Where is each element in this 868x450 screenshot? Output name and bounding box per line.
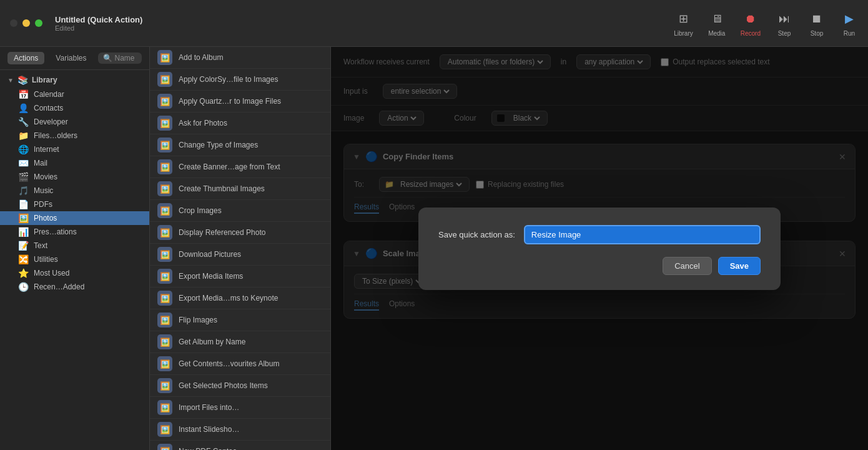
title-info: Untitled (Quick Action) Edited (55, 15, 142, 32)
dialog-input-row: Save quick action as: (438, 225, 761, 244)
sidebar-item-developer[interactable]: 🔧Developer (0, 115, 149, 129)
sidebar-item-mail[interactable]: ✉️Mail (0, 156, 149, 170)
stop-toolbar-item[interactable]: ⏹ Stop (808, 10, 826, 37)
add-album-icon: 🖼️ (157, 50, 172, 65)
action-item-get-album[interactable]: 🖼️ Get Album by Name (150, 331, 330, 353)
dialog-buttons: Cancel Save (438, 257, 761, 275)
presentations-icon: 📊 (17, 227, 29, 237)
dialog-label: Save quick action as: (438, 230, 515, 239)
movies-icon: 🎬 (17, 172, 29, 182)
media-label: Media (708, 30, 725, 37)
search-icon: 🔍 (103, 54, 112, 62)
action-item-apply-quartz[interactable]: 🖼️ Apply Quartz…r to Image Files (150, 91, 330, 112)
workflow-area: Workflow receives current Automatic (fil… (331, 47, 868, 450)
action-item-new-pdf[interactable]: 🖼️ New PDF Contac… (150, 441, 330, 450)
action-item-get-contents[interactable]: 🖼️ Get Contents…vourites Album (150, 353, 330, 375)
library-label: Library (32, 76, 57, 84)
action-item-export-keynote[interactable]: 🖼️ Export Media…ms to Keynote (150, 288, 330, 309)
sidebar-item-photos[interactable]: 🖼️Photos (0, 211, 149, 225)
action-item-apply-colorsy[interactable]: 🖼️ Apply ColorSy…file to Images (150, 69, 330, 91)
contacts-icon: 👤 (17, 103, 29, 113)
action-item-change-type[interactable]: 🖼️ Change Type of Images (150, 134, 330, 156)
save-button[interactable]: Save (718, 257, 761, 275)
calendar-icon: 📅 (17, 89, 29, 99)
cancel-button[interactable]: Cancel (663, 257, 711, 275)
sidebar-item-music[interactable]: 🎵Music (0, 184, 149, 198)
dialog-overlay: Save quick action as: Cancel Save (331, 47, 868, 450)
sidebar: Actions Variables 🔍 ▼ 📚 Library 📅Calenda… (0, 47, 150, 450)
tab-actions[interactable]: Actions (7, 52, 44, 64)
library-items: 📅Calendar👤Contacts🔧Developer📁Files…older… (0, 88, 149, 266)
chevron-icon: ▼ (7, 77, 14, 84)
run-icon: ▶ (841, 10, 858, 28)
create-thumbnail-icon: 🖼️ (157, 181, 172, 196)
step-toolbar-item[interactable]: ⏭ Step (776, 10, 793, 37)
library-section-items: ⭐Most Used🕒Recen…Added (0, 266, 149, 294)
action-item-flip-images[interactable]: 🖼️ Flip Images (150, 309, 330, 331)
dialog-name-input[interactable] (524, 225, 761, 244)
pdfs-icon: 📄 (17, 199, 29, 209)
sidebar-item-most-used[interactable]: ⭐Most Used (0, 266, 149, 280)
action-item-instant-slide[interactable]: 🖼️ Instant Slidesho… (150, 419, 330, 441)
record-toolbar-item[interactable]: ⏺ Record (741, 10, 761, 37)
utilities-icon: 🔀 (17, 254, 29, 264)
action-item-create-banner[interactable]: 🖼️ Create Banner…age from Text (150, 156, 330, 178)
music-icon: 🎵 (17, 186, 29, 196)
text-icon: 📝 (17, 241, 29, 251)
recently-added-icon: 🕒 (17, 282, 29, 292)
library-label: Library (674, 30, 693, 37)
sidebar-item-files[interactable]: 📁Files…olders (0, 129, 149, 142)
developer-icon: 🔧 (17, 117, 29, 127)
sidebar-item-pdfs[interactable]: 📄PDFs (0, 198, 149, 211)
library-toolbar-item[interactable]: ⊞ Library (674, 10, 693, 37)
media-toolbar-item[interactable]: 🖥 Media (708, 10, 726, 37)
sidebar-item-utilities[interactable]: 🔀Utilities (0, 252, 149, 266)
sidebar-item-internet[interactable]: 🌐Internet (0, 142, 149, 156)
window-title: Untitled (Quick Action) (55, 15, 142, 24)
action-item-add-album[interactable]: 🖼️ Add to Album (150, 47, 330, 69)
action-item-display-ref[interactable]: 🖼️ Display Referenced Photo (150, 222, 330, 244)
action-item-crop-images[interactable]: 🖼️ Crop Images (150, 200, 330, 222)
sidebar-item-movies[interactable]: 🎬Movies (0, 170, 149, 184)
sidebar-content: ▼ 📚 Library 📅Calendar👤Contacts🔧Developer… (0, 70, 149, 450)
get-contents-icon: 🖼️ (157, 356, 172, 371)
search-box[interactable]: 🔍 (98, 52, 142, 64)
record-icon: ⏺ (742, 10, 759, 28)
window-controls (10, 19, 42, 27)
library-header[interactable]: ▼ 📚 Library (0, 72, 149, 88)
change-type-icon: 🖼️ (157, 138, 172, 152)
sidebar-item-calendar[interactable]: 📅Calendar (0, 88, 149, 101)
close-button[interactable] (10, 19, 17, 27)
sidebar-item-contacts[interactable]: 👤Contacts (0, 101, 149, 115)
action-item-import-files[interactable]: 🖼️ Import Files into… (150, 397, 330, 419)
action-item-download-pics[interactable]: 🖼️ Download Pictures (150, 244, 330, 266)
run-toolbar-item[interactable]: ▶ Run (841, 10, 858, 37)
tab-variables[interactable]: Variables (49, 52, 92, 64)
download-pics-icon: 🖼️ (157, 247, 172, 262)
minimize-button[interactable] (22, 19, 30, 27)
stop-icon: ⏹ (808, 10, 826, 28)
export-keynote-icon: 🖼️ (157, 291, 172, 306)
photos-icon: 🖼️ (17, 213, 29, 223)
action-item-create-thumbnail[interactable]: 🖼️ Create Thumbnail Images (150, 178, 330, 200)
sidebar-tabs: Actions Variables 🔍 (0, 47, 149, 70)
import-files-icon: 🖼️ (157, 400, 172, 415)
library-section: ▼ 📚 Library 📅Calendar👤Contacts🔧Developer… (0, 70, 149, 296)
action-items: 🖼️ Add to Album 🖼️ Apply ColorSy…file to… (150, 47, 330, 450)
main-layout: Actions Variables 🔍 ▼ 📚 Library 📅Calenda… (0, 47, 868, 450)
search-input[interactable] (115, 54, 137, 62)
display-ref-icon: 🖼️ (157, 225, 172, 240)
action-item-ask-photos[interactable]: 🖼️ Ask for Photos (150, 112, 330, 134)
record-label: Record (741, 30, 761, 37)
action-item-get-selected[interactable]: 🖼️ Get Selected Photos Items (150, 375, 330, 397)
sidebar-item-recently-added[interactable]: 🕒Recen…Added (0, 280, 149, 294)
stop-label: Stop (811, 30, 824, 37)
action-item-export-media[interactable]: 🖼️ Export Media Items (150, 266, 330, 288)
get-selected-icon: 🖼️ (157, 378, 172, 393)
get-album-icon: 🖼️ (157, 334, 172, 349)
media-icon: 🖥 (708, 10, 726, 28)
maximize-button[interactable] (35, 19, 42, 27)
new-pdf-icon: 🖼️ (157, 444, 172, 450)
sidebar-item-text[interactable]: 📝Text (0, 239, 149, 252)
sidebar-item-presentations[interactable]: 📊Pres…ations (0, 225, 149, 239)
